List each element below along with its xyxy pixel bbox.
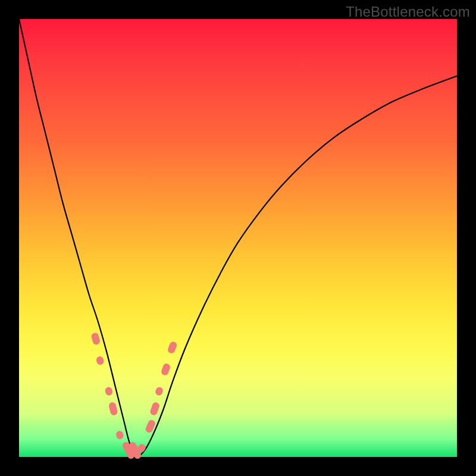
plot-area xyxy=(19,19,457,457)
highlighted-samples xyxy=(90,332,178,460)
watermark-text: TheBottleneck.com xyxy=(346,4,470,20)
sample-blob xyxy=(90,332,101,345)
sample-blob xyxy=(145,419,156,434)
sample-blob xyxy=(167,340,178,354)
sample-blob xyxy=(149,402,161,416)
sample-blob xyxy=(96,356,105,366)
sample-blob xyxy=(108,402,118,416)
sample-blob xyxy=(154,386,164,396)
overlay-layer xyxy=(19,19,457,457)
sample-blob xyxy=(115,430,124,440)
sample-blob xyxy=(161,362,171,376)
sample-blob xyxy=(104,386,113,396)
chart-frame: TheBottleneck.com xyxy=(0,0,476,476)
